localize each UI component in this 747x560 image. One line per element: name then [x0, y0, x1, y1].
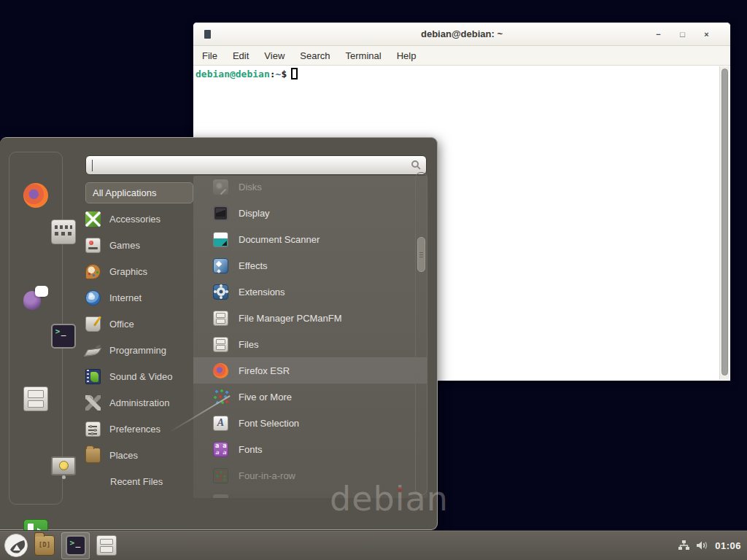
menu-edit[interactable]: Edit — [233, 50, 249, 61]
fonts-icon — [213, 442, 228, 457]
category-internet[interactable]: Internet — [85, 284, 193, 311]
display-icon — [213, 206, 228, 221]
volume-icon[interactable] — [696, 540, 709, 551]
favorites-sidebar — [9, 152, 63, 505]
pidgin-icon[interactable] — [23, 285, 48, 310]
category-recent-files[interactable]: Recent Files — [85, 468, 193, 494]
app-item-file-manager-pcmanfm[interactable]: File Manager PCManFM — [193, 305, 427, 331]
category-list: All Applications Accessories Games Graph… — [85, 182, 193, 494]
file-manager-icon[interactable] — [23, 386, 48, 411]
places-folder-icon — [85, 448, 101, 463]
app-label: Four-in-a-row — [239, 470, 295, 481]
app-label: Font Selection — [239, 418, 299, 429]
category-sound-video[interactable]: Sound & Video — [85, 363, 193, 389]
administration-tools-icon — [85, 395, 101, 411]
menu-search[interactable]: Search — [300, 50, 330, 61]
app-item-firefox-esr[interactable]: Firefox ESR — [193, 357, 427, 384]
app-label: Display — [239, 208, 270, 219]
category-programming[interactable]: Programming — [85, 337, 193, 363]
terminal-titlebar[interactable]: debian@debian: ~ − □ × — [193, 23, 730, 46]
category-administration[interactable]: Administration — [85, 389, 193, 416]
category-all-applications[interactable]: All Applications — [85, 182, 193, 203]
category-label: Internet — [109, 292, 142, 303]
internet-globe-icon — [85, 290, 101, 306]
app-list-scrollbar[interactable] — [415, 172, 427, 495]
app-item-disks[interactable]: Disks — [193, 176, 427, 200]
prompt-colon: : — [270, 69, 276, 79]
taskbar-tray: 01:06 — [678, 531, 741, 560]
extensions-gear-icon — [213, 284, 228, 300]
app-list-scrollbar-thumb[interactable] — [417, 237, 425, 272]
app-item-effects[interactable]: Effects — [193, 252, 427, 279]
app-label: Disks — [239, 182, 262, 192]
category-preferences[interactable]: Preferences — [85, 416, 193, 442]
taskbar: 01:06 — [0, 530, 747, 560]
app-label: Five or More — [239, 392, 292, 402]
graphics-icon — [85, 264, 101, 279]
category-places[interactable]: Places — [85, 442, 193, 468]
category-label: Sound & Video — [109, 371, 173, 382]
terminal-scrollbar-thumb[interactable] — [721, 69, 728, 376]
category-label: Administration — [109, 397, 169, 408]
search-input[interactable] — [85, 155, 427, 175]
app-item-fonts[interactable]: Fonts — [193, 436, 427, 462]
app-label: Firefox ESR — [239, 365, 290, 376]
app-item-four-in-a-row[interactable]: Four-in-a-row — [193, 462, 427, 489]
app-label: Extensions — [239, 287, 285, 298]
spacer — [85, 473, 101, 489]
app-item-font-selection[interactable]: Font Selection — [193, 410, 427, 436]
terminal-icon[interactable] — [51, 324, 76, 349]
app-label: Document Scanner — [239, 234, 320, 245]
files-launcher[interactable] — [96, 535, 117, 556]
app-label: Fonts — [239, 444, 263, 455]
programming-icon — [85, 343, 101, 358]
terminal-window-button[interactable] — [61, 532, 90, 559]
file-cabinet-icon — [213, 337, 228, 352]
four-in-a-row-icon — [213, 468, 228, 483]
menu-file[interactable]: File — [202, 50, 217, 61]
preferences-icon — [85, 421, 101, 437]
clock[interactable]: 01:06 — [715, 540, 741, 551]
window-controls: − □ × — [646, 23, 719, 45]
category-label: Recent Files — [110, 476, 163, 487]
network-icon[interactable] — [678, 540, 690, 551]
application-menu: All Applications Accessories Games Graph… — [0, 137, 438, 530]
desktop: { "terminal": { "title": "debian@debian:… — [0, 0, 747, 560]
menu-terminal[interactable]: Terminal — [346, 50, 382, 61]
watermark-i-dot — [398, 487, 402, 491]
category-games[interactable]: Games — [85, 232, 193, 258]
category-office[interactable]: Office — [85, 311, 193, 337]
category-graphics[interactable]: Graphics — [85, 258, 193, 284]
maximize-button[interactable]: □ — [670, 23, 694, 46]
lock-screen-icon[interactable] — [51, 455, 76, 480]
category-label: Accessories — [109, 214, 160, 225]
search-icon — [411, 160, 419, 168]
firefox-icon[interactable] — [23, 183, 48, 208]
app-item-display[interactable]: Display — [193, 200, 427, 226]
application-list-panel: Disks Display Document Scanner Effects E… — [193, 176, 427, 498]
category-accessories[interactable]: Accessories — [85, 206, 193, 232]
app-item-files[interactable]: Files — [193, 331, 427, 357]
close-button[interactable]: × — [694, 23, 719, 46]
software-icon[interactable] — [51, 219, 76, 244]
category-label: Office — [109, 319, 134, 330]
font-selection-icon — [213, 416, 228, 431]
sound-video-icon — [85, 369, 101, 384]
file-manager-launcher[interactable] — [34, 535, 55, 556]
menu-view[interactable]: View — [264, 50, 285, 61]
category-label: Places — [109, 450, 138, 461]
minimize-button[interactable]: − — [646, 23, 670, 46]
terminal-cursor — [291, 68, 298, 79]
menu-help[interactable]: Help — [397, 50, 417, 61]
app-item-gdebi[interactable]: GDebi Package Installer — [193, 489, 427, 498]
app-item-extensions[interactable]: Extensions — [193, 279, 427, 305]
games-icon — [85, 238, 101, 253]
terminal-scrollbar[interactable] — [719, 66, 729, 380]
office-icon — [85, 316, 101, 332]
menu-orb-glyph — [5, 534, 28, 557]
app-label: Effects — [239, 260, 268, 271]
menu-button[interactable] — [4, 534, 28, 557]
app-item-document-scanner[interactable]: Document Scanner — [193, 226, 427, 252]
gdebi-icon — [213, 494, 228, 499]
firefox-icon — [213, 363, 228, 378]
